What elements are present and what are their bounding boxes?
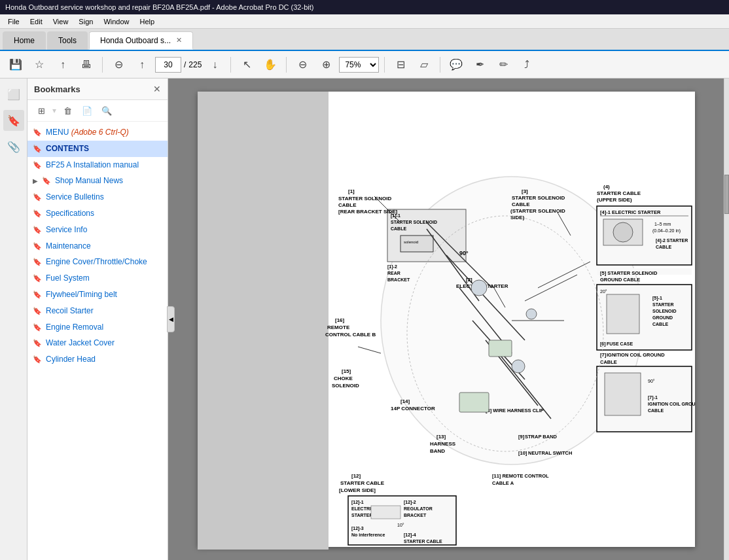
attachments-button[interactable]: 📎	[3, 136, 24, 157]
tab-document-close[interactable]: ✕	[176, 36, 182, 44]
svg-text:FUSE CASE: FUSE CASE	[607, 341, 633, 346]
scrollbar-thumb[interactable]	[724, 175, 729, 214]
comment-button[interactable]: 💬	[446, 54, 467, 75]
bookmark-serviceinfo[interactable]: 🔖 Service Info	[27, 222, 168, 238]
bookmark-label-enginecover: Engine Cover/Throttle/Choke	[46, 256, 147, 268]
hand-tool-button[interactable]: ✋	[260, 54, 281, 75]
expand-arrow-shopmanual[interactable]: ▶	[33, 177, 38, 186]
menu-bar: File Edit View Sign Window Help	[0, 14, 729, 29]
svg-text:STARTER CABLE: STARTER CABLE	[340, 480, 385, 486]
bookmark-label-recoil: Recoil Starter	[46, 306, 94, 317]
svg-text:CABLE: CABLE	[338, 202, 357, 208]
svg-rect-77	[348, 496, 456, 545]
fit-page-button[interactable]: ⊟	[390, 54, 411, 75]
menu-window[interactable]: Window	[98, 16, 134, 27]
toolbar-sep-5	[440, 57, 440, 73]
svg-text:(UPPER SIDE): (UPPER SIDE)	[597, 197, 632, 203]
svg-text:90°: 90°	[459, 250, 469, 256]
bookmark-shopmanual[interactable]: ▶ 🔖 Shop Manual News	[27, 173, 168, 189]
bookmark-icon-bulletins: 🔖	[33, 192, 42, 202]
prev-page-button[interactable]: ↑	[132, 54, 152, 75]
tab-home[interactable]: Home	[3, 31, 46, 50]
zoom-out-btn2[interactable]: ⊖	[292, 54, 313, 75]
zoom-in-btn[interactable]: ⊕	[315, 54, 336, 75]
share-button[interactable]: ↑	[52, 54, 73, 75]
bookmark-icon-specifications: 🔖	[33, 209, 42, 219]
pdf-page: [1]-1 STARTER SOLENOID CABLE solenoid 90…	[198, 92, 695, 547]
tab-document[interactable]: Honda Outboard s... ✕	[89, 31, 193, 50]
signature-button[interactable]: ✒	[469, 54, 490, 75]
bookmarks-toggle-button[interactable]: 🔖	[3, 110, 24, 131]
svg-text:[7]: [7]	[600, 352, 607, 358]
svg-text:[12]: [12]	[351, 473, 361, 479]
bookmark-bulletins[interactable]: 🔖 Service Bulletins	[27, 189, 168, 205]
select-tool-button[interactable]: ↖	[236, 54, 257, 75]
menu-file[interactable]: File	[3, 16, 25, 27]
zoom-out-button[interactable]: ⊖	[108, 54, 129, 75]
bookmark-label-fuelsystem: Fuel System	[46, 273, 90, 284]
svg-rect-0	[198, 92, 329, 550]
bookmark-add-button[interactable]: ☆	[29, 54, 50, 75]
svg-text:IGNITION COIL GROUND: IGNITION COIL GROUND	[648, 402, 695, 406]
bookmark-recoil[interactable]: 🔖 Recoil Starter	[27, 303, 168, 319]
share2-button[interactable]: ⤴	[516, 54, 537, 75]
bookmarks-delete-button[interactable]: 🗑	[59, 103, 76, 118]
svg-text:STARTER SOLENOID: STARTER SOLENOID	[338, 196, 391, 201]
pdf-view[interactable]: [1]-1 STARTER SOLENOID CABLE solenoid 90…	[168, 79, 724, 560]
svg-text:1–5 mm: 1–5 mm	[654, 222, 671, 226]
bookmark-icon-contents: 🔖	[33, 144, 42, 154]
svg-text:[1]-2: [1]-2	[387, 264, 397, 270]
bookmark-cylinderhead[interactable]: 🔖 Cylinder Head	[27, 351, 168, 368]
tab-tools[interactable]: Tools	[47, 31, 88, 50]
svg-text:[12]-3: [12]-3	[351, 526, 364, 531]
bookmark-bf25a[interactable]: 🔖 BF25 A Installation manual	[27, 157, 168, 173]
svg-text:[4]-1 ELECTRIC STARTER: [4]-1 ELECTRIC STARTER	[600, 209, 661, 215]
title-bar-text: Honda Outboard service workshop and repa…	[5, 3, 313, 11]
svg-rect-62	[605, 373, 641, 415]
menu-sign[interactable]: Sign	[73, 16, 98, 27]
bookmark-waterjacket[interactable]: 🔖 Water Jacket Cover	[27, 335, 168, 351]
svg-text:[7]-1: [7]-1	[648, 395, 658, 400]
svg-text:90°: 90°	[648, 379, 655, 383]
next-page-button[interactable]: ↓	[204, 54, 225, 75]
svg-text:14P CONNECTOR: 14P CONNECTOR	[391, 406, 435, 411]
bookmarks-close-button[interactable]: ✕	[153, 84, 161, 94]
bookmarks-collapse-button[interactable]: ◀	[167, 306, 175, 332]
save-button[interactable]: 💾	[5, 54, 26, 75]
svg-text:[12]-4: [12]-4	[404, 533, 416, 538]
bookmark-flywheel[interactable]: 🔖 Flywheel/Timing belt	[27, 287, 168, 303]
bookmarks-scrollbar[interactable]	[724, 79, 729, 560]
bookmark-fuelsystem[interactable]: 🔖 Fuel System	[27, 270, 168, 287]
zoom-select[interactable]: 75% 25% 50% 100% 125% 150% 200%	[339, 57, 379, 73]
fit-width-button[interactable]: ▱	[414, 54, 435, 75]
menu-view[interactable]: View	[48, 16, 74, 27]
bookmarks-header: Bookmarks ✕	[27, 79, 168, 100]
menu-edit[interactable]: Edit	[25, 16, 48, 27]
svg-text:10°: 10°	[397, 523, 404, 527]
svg-text:REGULATOR: REGULATOR	[404, 506, 433, 511]
bookmark-contents[interactable]: 🔖 CONTENTS	[27, 141, 168, 157]
toolbar-sep-1	[102, 57, 103, 73]
bookmark-menu[interactable]: 🔖 MENU (Adobe 6 Ctrl-Q)	[27, 124, 168, 141]
bookmark-enginecover[interactable]: 🔖 Engine Cover/Throttle/Choke	[27, 254, 168, 270]
bookmarks-search-button[interactable]: 🔍	[98, 103, 115, 118]
markup-button[interactable]: ✏	[493, 54, 514, 75]
bookmarks-new-button[interactable]: ⊞	[33, 103, 50, 118]
bookmarks-expand-button[interactable]: 📄	[79, 103, 96, 118]
print-button[interactable]: 🖶	[76, 54, 97, 75]
svg-text:REAR: REAR	[387, 271, 400, 275]
bookmark-engineremoval[interactable]: 🔖 Engine Removal	[27, 319, 168, 336]
single-page-view-button[interactable]: ⬜	[3, 84, 24, 105]
sidebar-icons: ⬜ 🔖 📎	[0, 79, 27, 560]
bookmark-specifications[interactable]: 🔖 Specifications	[27, 205, 168, 222]
page-input[interactable]	[155, 57, 181, 73]
svg-text:[5] STARTER SOLENOID: [5] STARTER SOLENOID	[600, 270, 658, 276]
svg-text:SOLENOID: SOLENOID	[652, 309, 677, 313]
svg-point-106	[471, 280, 487, 296]
svg-text:CABLE: CABLE	[600, 359, 617, 365]
menu-help[interactable]: Help	[135, 16, 160, 27]
bookmarks-toolbar: ⊞ ▾ 🗑 📄 🔍	[27, 100, 168, 122]
bookmark-maintenance[interactable]: 🔖 Maintenance	[27, 238, 168, 254]
svg-rect-109	[489, 340, 512, 357]
svg-rect-110	[459, 393, 489, 412]
